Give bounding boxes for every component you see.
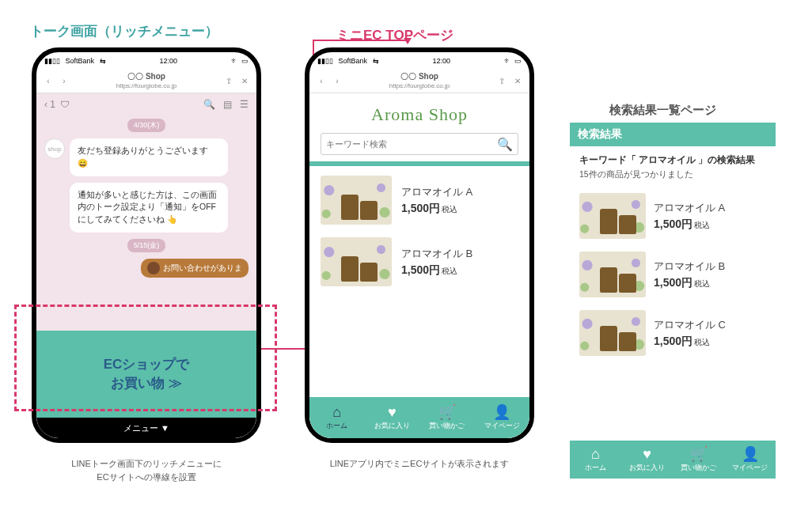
point-icon: 👆	[167, 214, 177, 224]
heart-icon: ♥	[643, 447, 651, 461]
status-bar: ▮▮▯▯ SoftBank ⇆ 12:00 ᯤ ▭	[309, 52, 529, 70]
home-icon: ⌂	[332, 405, 341, 419]
page-title: 〇〇 Shop	[347, 72, 491, 81]
product-row[interactable]: アロマオイル B 1,500円税込	[309, 228, 529, 289]
product-image	[579, 193, 646, 239]
shield-icon: 🛡	[60, 99, 70, 110]
message-bubble: 通知が多いと感じた方は、この画面内のトーク設定より「通知」をOFFにしてみてくだ…	[70, 183, 228, 233]
search-icon[interactable]: 🔍	[497, 137, 513, 152]
message-bubble: お問い合わせがありま	[141, 259, 249, 278]
flow-arrow	[313, 40, 408, 41]
message-row: shop 友だち登録ありがとうございます 😄	[36, 135, 256, 180]
product-name: アロマオイル B	[654, 259, 766, 274]
product-price: 1,500円税込	[654, 335, 766, 349]
ec-body: Aroma Shop 🔍 アロマオイル A 1,500円税込 アロマオイル B	[309, 93, 529, 438]
user-icon: 👤	[742, 447, 759, 461]
back-button[interactable]: ‹	[43, 77, 54, 85]
user-icon: 👤	[493, 405, 510, 419]
product-price: 1,500円税込	[401, 263, 518, 278]
tab-home[interactable]: ⌂ ホーム	[570, 441, 621, 479]
page-url: https://fourglobe.co.jp	[74, 81, 218, 91]
bottom-tab-bar: ⌂ ホーム ♥ お気に入り 🛒 買い物かご 👤 マイページ	[570, 441, 776, 479]
message-bubble: 友だち登録ありがとうございます 😄	[70, 138, 228, 176]
menu-bar-toggle[interactable]: メニュー ▼	[36, 418, 256, 438]
close-icon[interactable]: ✕	[239, 77, 250, 85]
wifi-icon: ⇆	[97, 57, 106, 65]
home-icon: ⌂	[591, 447, 600, 461]
arrowhead-icon	[404, 38, 412, 44]
carrier-label: SoftBank	[66, 57, 95, 65]
page-url: https://fourglobe.co.jp	[347, 81, 491, 91]
smile-icon: 😄	[78, 158, 88, 168]
bottom-tab-bar: ⌂ ホーム ♥ お気に入り 🛒 買い物かご 👤 マイページ	[309, 397, 529, 438]
avatar[interactable]: shop	[44, 138, 65, 159]
product-price: 1,500円税込	[401, 202, 518, 216]
product-row[interactable]: アロマオイル A 1,500円税込	[570, 187, 776, 245]
results-header: 検索結果	[570, 123, 776, 146]
tab-mypage[interactable]: 👤 マイページ	[724, 441, 776, 479]
product-name: アロマオイル B	[401, 247, 518, 261]
product-row[interactable]: アロマオイル A 1,500円税込	[309, 166, 529, 228]
search-icon[interactable]: 🔍	[203, 99, 215, 110]
signal-icon: ▮▮▯▯	[317, 57, 336, 65]
battery-icon: ▭	[241, 57, 249, 65]
back-button[interactable]: ‹	[316, 77, 327, 85]
signal-icon: ▮▮▯▯	[44, 57, 63, 65]
menu-icon[interactable]: ☰	[240, 99, 249, 110]
clock: 12:00	[160, 57, 178, 65]
message-row: 通知が多いと感じた方は、この画面内のトーク設定より「通知」をOFFにしてみてくだ…	[36, 180, 256, 236]
chat-toolbar: ‹ 1 🛡 🔍 ▤ ☰	[36, 93, 256, 115]
close-icon[interactable]: ✕	[512, 77, 523, 85]
product-name: アロマオイル A	[654, 201, 766, 215]
share-icon[interactable]: ⇪	[496, 77, 507, 85]
phone-ec-top: ▮▮▯▯ SoftBank ⇆ 12:00 ᯤ ▭ ‹ › 〇〇 Shop ht…	[305, 47, 534, 443]
rich-menu-button[interactable]: ECショップで お買い物 ≫	[36, 331, 256, 418]
heading-search-results: 検索結果一覧ページ	[609, 103, 716, 118]
heading-talk: トーク画面（リッチメニュー）	[30, 22, 218, 40]
product-image	[321, 176, 392, 225]
results-keyword: キーワード「 アロマオイル 」の検索結果	[570, 146, 776, 169]
battery-icon: ▭	[514, 57, 522, 65]
product-price: 1,500円税込	[654, 276, 766, 290]
browser-url-bar: ‹ › 〇〇 Shop https://fourglobe.co.jp ⇪ ✕	[309, 70, 529, 93]
share-icon[interactable]: ⇪	[223, 77, 234, 85]
search-field[interactable]: 🔍	[321, 133, 518, 155]
date-chip: 4/30(木)	[127, 119, 166, 132]
caption-phone1: LINEトーク画面下のリッチメニューに ECサイトへの導線を設置	[63, 457, 230, 483]
product-image	[579, 310, 646, 356]
tab-home[interactable]: ⌂ ホーム	[309, 397, 365, 438]
results-count: 15件の商品が見つかりました	[570, 169, 776, 187]
chat-back[interactable]: ‹ 1	[44, 99, 55, 110]
heading-ectop: ミニEC TOPページ	[336, 26, 453, 44]
forward-button[interactable]: ›	[332, 77, 343, 85]
message-row: お問い合わせがありま	[36, 255, 256, 281]
tab-cart[interactable]: 🛒 買い物かご	[419, 397, 475, 438]
browser-url-bar: ‹ › 〇〇 Shop https://fourglobe.co.jp ⇪ ✕	[36, 70, 256, 93]
caption-phone2: LINEアプリ内でミニECサイトが表示されます	[324, 457, 514, 471]
tab-cart[interactable]: 🛒 買い物かご	[673, 441, 724, 479]
tab-mypage[interactable]: 👤 マイページ	[475, 397, 530, 438]
product-row[interactable]: アロマオイル C 1,500円税込	[570, 304, 776, 362]
carrier-label: SoftBank	[339, 57, 368, 65]
product-name: アロマオイル A	[401, 185, 518, 199]
shop-logo: Aroma Shop	[309, 93, 529, 133]
clock: 12:00	[433, 57, 451, 65]
bear-icon	[147, 262, 160, 274]
page-title: 〇〇 Shop	[74, 72, 218, 81]
tab-favorites[interactable]: ♥ お気に入り	[365, 397, 420, 438]
cart-icon: 🛒	[438, 405, 456, 419]
heart-icon: ♥	[388, 405, 397, 419]
results-list: アロマオイル A 1,500円税込 アロマオイル B 1,500円税込	[570, 187, 776, 441]
tab-favorites[interactable]: ♥ お気に入り	[621, 441, 673, 479]
search-input[interactable]	[326, 139, 497, 149]
product-row[interactable]: アロマオイル B 1,500円税込	[570, 245, 776, 304]
product-image	[321, 237, 392, 286]
forward-button[interactable]: ›	[59, 77, 70, 85]
product-price: 1,500円税込	[654, 218, 766, 232]
phone-talk: ▮▮▯▯ SoftBank ⇆ 12:00 ᯤ ▭ ‹ › 〇〇 Shop ht…	[32, 47, 261, 443]
chat-body: ‹ 1 🛡 🔍 ▤ ☰ 4/30(木) shop 友だち登録ありがとうございます…	[36, 93, 256, 438]
cart-icon: 🛒	[690, 447, 708, 461]
note-icon[interactable]: ▤	[223, 99, 232, 110]
wifi-icon: ᯤ	[231, 57, 238, 65]
wifi-icon: ᯤ	[504, 57, 511, 65]
